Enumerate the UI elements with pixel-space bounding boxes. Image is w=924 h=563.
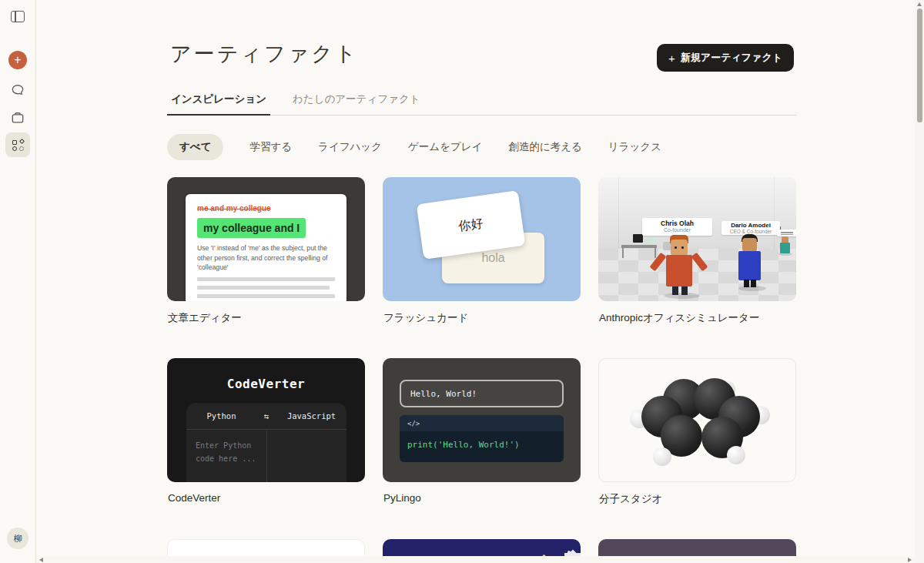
codeverter-panel: Python ⇆ JavaScript Enter Python code he… [186, 403, 346, 482]
scroll-up-arrow-icon[interactable] [917, 2, 922, 6]
new-artifact-button[interactable]: + 新規アーティファクト [657, 44, 794, 72]
character-eye [675, 246, 677, 249]
office-monitor [633, 234, 643, 243]
swap-icon: ⇆ [256, 411, 276, 421]
vertical-scrollbar-thumb[interactable] [917, 8, 922, 122]
nametag-small [777, 230, 796, 236]
person-name: Chris Olah [642, 220, 712, 227]
lang-from-label: Python [186, 411, 256, 421]
card-molecule-studio: 分子スタジオ [598, 358, 796, 539]
codeverter-header: Python ⇆ JavaScript [186, 403, 346, 430]
card-label: 文章エディター [168, 311, 365, 325]
tab-my-artifacts[interactable]: わたしのアーティファクト [289, 86, 424, 115]
pylingo-code: print('Hello, World!') [400, 431, 564, 458]
card-molecule-studio-thumbnail[interactable] [598, 358, 796, 482]
editor-corrected-text: my colleague and I [197, 218, 306, 238]
tab-inspiration[interactable]: インスピレーション [167, 86, 270, 115]
filter-relax[interactable]: リラックス [608, 140, 661, 154]
plus-icon: + [14, 54, 21, 66]
plus-icon: + [668, 52, 675, 65]
codeverter-input-pane: Enter Python code here ... [186, 431, 267, 482]
lang-to-label: JavaScript [276, 411, 346, 421]
artifact-grid: me and my collegue my colleague and I Us… [167, 177, 796, 563]
character-teal-body [780, 243, 790, 253]
card-flashcards: hola 你好 フラッシュカード [383, 177, 581, 358]
card-label: フラッシュカード [383, 311, 581, 325]
sidebar-item-chats[interactable] [10, 82, 25, 98]
scroll-right-arrow-icon[interactable] [908, 558, 912, 562]
filter-play-games[interactable]: ゲームをプレイ [408, 140, 482, 154]
filter-all[interactable]: すべて [167, 134, 223, 160]
horizontal-scrollbar[interactable] [36, 556, 915, 563]
filter-think-creatively[interactable]: 創造的に考える [508, 140, 581, 154]
card-text-editor: me and my collegue my colleague and I Us… [167, 177, 365, 358]
card-office-simulator-thumbnail[interactable]: Chris Olah Co-founder Dario Amodei CEO &… [598, 177, 796, 301]
card-pylingo-thumbnail[interactable]: Hello, World! </> print('Hello, World!') [383, 358, 581, 482]
vertical-scrollbar[interactable] [915, 0, 924, 563]
card-pylingo: Hello, World! </> print('Hello, World!')… [383, 358, 581, 539]
codeverter-columns: Enter Python code here ... [186, 431, 346, 482]
office-desk [621, 245, 657, 248]
artifacts-page: + 柳 アーティファクト + 新規アーティファクト インスピレーション わたしの… [0, 0, 924, 563]
pylingo-output: </> print('Hello, World!') [400, 415, 564, 462]
card-label: CodeVerter [168, 492, 365, 504]
editor-placeholder-lines [197, 277, 335, 301]
pylingo-input: Hello, World! [400, 380, 564, 407]
filter-lifehack[interactable]: ライフハック [318, 140, 382, 154]
character-blue-leg [751, 280, 756, 287]
card-label: Anthropicオフィスシミュレーター [599, 311, 796, 325]
nametag-chris-olah: Chris Olah Co-founder [642, 218, 712, 236]
character-blue-leg [744, 280, 749, 287]
artifacts-icon [12, 139, 24, 151]
nametag-dario-amodei: Dario Amodei CEO & Co-founder [721, 221, 780, 235]
codeverter-placeholder: Enter Python code here ... [196, 440, 257, 465]
avatar[interactable]: 柳 [7, 528, 28, 549]
tab-bar: インスピレーション わたしのアーティファクト [167, 86, 797, 116]
card-codeverter: CodeVerter Python ⇆ JavaScript Enter Pyt… [167, 358, 365, 539]
editor-original-text: me and my collegue [197, 204, 335, 213]
box-icon [10, 110, 25, 126]
hydrogen-atom [653, 447, 671, 466]
new-artifact-button-label: 新規アーティファクト [681, 51, 782, 65]
new-chat-button[interactable]: + [8, 51, 27, 69]
filter-learn[interactable]: 学習する [249, 140, 292, 154]
sidebar-item-artifacts[interactable] [5, 132, 30, 157]
chat-bubble-icon [10, 82, 25, 98]
hydrogen-atom [727, 446, 745, 464]
scroll-left-arrow-icon[interactable] [39, 558, 43, 562]
code-icon: </> [400, 415, 564, 431]
character-red-body [666, 255, 692, 287]
card-label: PyLingo [383, 492, 581, 504]
editor-note: Use 'I' instead of 'me' as the subject, … [197, 243, 335, 273]
sidebar-item-projects[interactable] [10, 110, 25, 126]
card-text-editor-thumbnail[interactable]: me and my collegue my colleague and I Us… [167, 177, 365, 301]
sidebar-toggle-icon[interactable] [11, 11, 25, 22]
character-red-head [671, 240, 688, 256]
office-plant [647, 236, 655, 245]
card-codeverter-thumbnail[interactable]: CodeVerter Python ⇆ JavaScript Enter Pyt… [167, 358, 365, 482]
card-label: 分子スタジオ [599, 492, 796, 506]
card-office-simulator: Chris Olah Co-founder Dario Amodei CEO &… [598, 177, 796, 358]
office-wall [598, 177, 796, 249]
character-blue-body [738, 251, 761, 280]
main-content: アーティファクト + 新規アーティファクト インスピレーション わたしのアーティ… [167, 0, 797, 563]
sidebar: + 柳 [0, 0, 36, 563]
person-role: CEO & Co-founder [721, 229, 780, 234]
person-name: Dario Amodei [721, 222, 780, 229]
editor-paper: me and my collegue my colleague and I Us… [186, 194, 346, 301]
character-eye [681, 246, 684, 249]
codeverter-title: CodeVerter [167, 377, 365, 391]
character-red-leg [672, 287, 678, 295]
character-blue-head [742, 238, 757, 252]
filter-bar: すべて 学習する ライフハック ゲームをプレイ 創造的に考える リラックス [167, 134, 661, 160]
codeverter-output-pane [267, 431, 347, 482]
page-title: アーティファクト [170, 40, 358, 68]
card-flashcards-thumbnail[interactable]: hola 你好 [383, 177, 581, 301]
person-role: Co-founder [642, 227, 712, 233]
character-red-leg [681, 287, 688, 295]
